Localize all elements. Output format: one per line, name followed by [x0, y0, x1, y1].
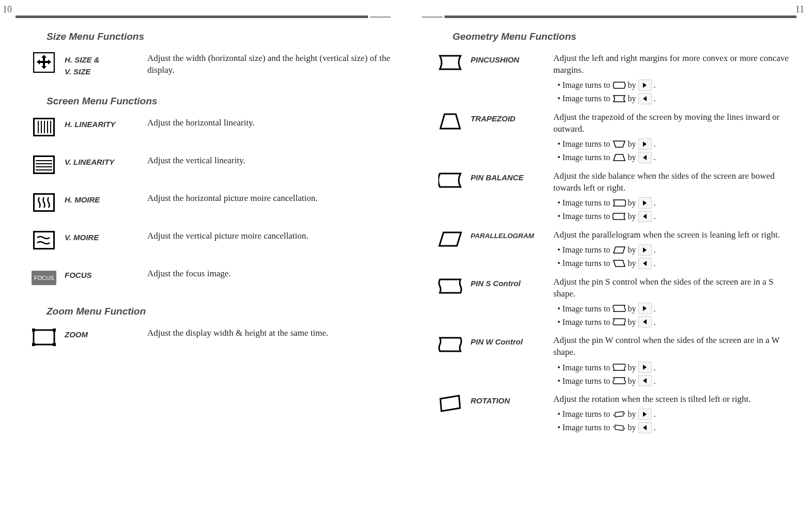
svg-rect-17: [32, 343, 35, 346]
trapezoid-up-shape-icon: [612, 153, 626, 162]
hv-size-desc: Adjust the width (horizontal size) and t…: [147, 53, 391, 76]
item-vlin: V. LINEARITY Adjust the vertical lineari…: [31, 155, 391, 175]
trapezoid-down-shape-icon: [612, 139, 626, 149]
pinw-desc: Adjust the pin W control when the sides …: [554, 335, 780, 357]
pins-icon: [437, 276, 463, 296]
hmoire-label: H. MOIRE: [65, 193, 142, 206]
rotation-desc: Adjust the rotation when the screen is t…: [554, 394, 751, 404]
pinbalance-label: PIN BALANCE: [471, 170, 548, 184]
trapezoid-label: TRAPEZOID: [471, 112, 548, 125]
parallelogram-left-shape-icon: [612, 259, 626, 268]
s-shape-a-icon: [612, 304, 626, 313]
item-trapezoid: TRAPEZOID Adjust the trapezoid of the sc…: [437, 112, 797, 165]
svg-rect-18: [53, 343, 56, 346]
arrow-right-icon: [638, 303, 652, 314]
pinbalance-right-shape-icon: [612, 198, 626, 208]
item-pincushion: PINCUSHION Adjust the left and right mar…: [437, 53, 797, 106]
hlin-label: H. LINEARITY: [65, 117, 142, 131]
arrow-right-icon: [638, 244, 652, 256]
trapezoid-icon: [437, 112, 463, 131]
parallelogram-icon: [437, 229, 463, 249]
pins-label: PIN S Control: [471, 276, 548, 290]
pincushion-icon: [437, 53, 463, 72]
item-zoom: ZOOM Adjust the display width & height a…: [31, 327, 391, 347]
item-focus: FOCUS FOCUS Adjust the focus image.: [31, 268, 391, 288]
arrow-right-icon: [638, 138, 652, 150]
item-hlin: H. LINEARITY Adjust the horizontal linea…: [31, 117, 391, 137]
parallelogram-desc: Adjust the parallelogram when the screen…: [554, 230, 780, 240]
pins-desc: Adjust the pin S control when the sides …: [554, 277, 774, 299]
rotate-ccw-shape-icon: [612, 423, 626, 432]
arrow-right-icon: [638, 197, 652, 209]
arrow-right-icon: [638, 409, 652, 420]
arrow-left-icon: [638, 93, 652, 104]
vlin-desc: Adjust the vertical linearity.: [147, 155, 391, 167]
focus-label: FOCUS: [65, 268, 142, 282]
trapezoid-desc: Adjust the trapezoid of the screen by mo…: [554, 112, 780, 134]
hmoire-desc: Adjust the horizontal picture moire canc…: [147, 193, 391, 205]
section-screen-title: Screen Menu Functions: [47, 96, 391, 107]
vlin-icon: [31, 155, 57, 175]
vmoire-label: V. MOIRE: [65, 230, 142, 244]
rule-left: [16, 15, 391, 18]
item-pinw: PIN W Control Adjust the pin W control w…: [437, 335, 797, 388]
arrow-left-icon: [638, 316, 652, 327]
zoom-label: ZOOM: [65, 327, 142, 341]
rotate-cw-shape-icon: [612, 410, 626, 419]
hv-size-icon: [31, 53, 57, 72]
w-shape-a-icon: [612, 363, 626, 372]
arrow-left-icon: [638, 258, 652, 269]
arrow-left-icon: [638, 211, 652, 222]
pincushion-shape-icon: [612, 94, 626, 103]
pinbalance-desc: Adjust the side balance when the sides o…: [554, 171, 775, 193]
svg-rect-15: [32, 329, 35, 332]
zoom-desc: Adjust the display width & height at the…: [147, 327, 391, 339]
hlin-desc: Adjust the horizontal linearity.: [147, 117, 391, 129]
hv-size-label: H. SIZE & V. SIZE: [65, 53, 142, 77]
parallelogram-label: PARALLELOGRAM: [471, 229, 548, 241]
page-left: 10 Size Menu Functions H. SIZE & V. SIZE…: [0, 0, 406, 456]
s-shape-b-icon: [612, 317, 626, 326]
item-parallelogram: PARALLELOGRAM Adjust the parallelogram w…: [437, 229, 797, 271]
svg-rect-16: [53, 329, 56, 332]
page-right: 11 Geometry Menu Functions PINCUSHION Ad…: [406, 0, 813, 456]
svg-rect-14: [34, 330, 54, 345]
item-pins: PIN S Control Adjust the pin S control w…: [437, 276, 797, 330]
item-vmoire: V. MOIRE Adjust the vertical picture moi…: [31, 230, 391, 250]
pinbalance-icon: [437, 170, 463, 190]
svg-rect-13: [34, 231, 54, 249]
hmoire-icon: [31, 193, 57, 212]
item-hmoire: H. MOIRE Adjust the horizontal picture m…: [31, 193, 391, 212]
pinw-label: PIN W Control: [471, 335, 548, 348]
vlin-label: V. LINEARITY: [65, 155, 142, 168]
hlin-icon: [31, 117, 57, 137]
arrow-left-icon: [638, 375, 652, 386]
barrel-shape-icon: [612, 81, 626, 90]
section-geometry-title: Geometry Menu Functions: [453, 31, 797, 42]
pinbalance-left-shape-icon: [612, 212, 626, 221]
section-size-title: Size Menu Functions: [47, 31, 391, 42]
zoom-icon: [31, 327, 57, 347]
pincushion-label: PINCUSHION: [471, 53, 548, 66]
rotation-icon: [437, 394, 463, 413]
arrow-left-icon: [638, 152, 652, 163]
item-hv-size: H. SIZE & V. SIZE Adjust the width (hori…: [31, 53, 391, 77]
section-zoom-title: Zoom Menu Function: [47, 306, 391, 317]
focus-icon: FOCUS: [31, 268, 57, 288]
rule-right: [422, 15, 797, 18]
vmoire-desc: Adjust the vertical picture moire cancel…: [147, 230, 391, 242]
pincushion-desc: Adjust the left and right margins for mo…: [554, 53, 789, 75]
pinw-icon: [437, 335, 463, 354]
w-shape-b-icon: [612, 376, 626, 385]
item-rotation: ROTATION Adjust the rotation when the sc…: [437, 394, 797, 435]
item-pinbalance: PIN BALANCE Adjust the side balance when…: [437, 170, 797, 224]
page-number-right: 11: [795, 4, 804, 15]
rotation-label: ROTATION: [471, 394, 548, 407]
vmoire-icon: [31, 230, 57, 250]
arrow-right-icon: [638, 80, 652, 91]
arrow-left-icon: [638, 422, 652, 433]
page-number-left: 10: [3, 4, 12, 15]
arrow-right-icon: [638, 362, 652, 373]
svg-rect-7: [34, 156, 54, 174]
parallelogram-right-shape-icon: [612, 245, 626, 255]
